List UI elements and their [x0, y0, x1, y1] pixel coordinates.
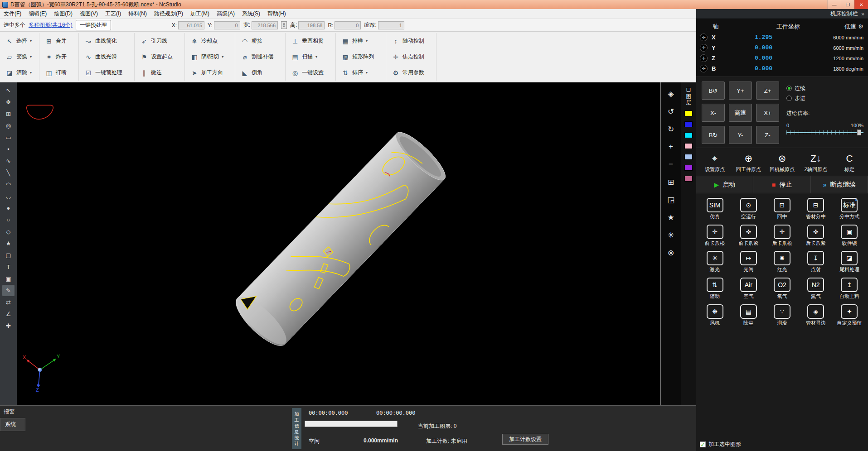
edit-tool[interactable]: ✎ [2, 285, 15, 296]
tube-edge-seek-button[interactable]: ◈ 管材寻边 [799, 304, 833, 326]
jog-button[interactable]: X- [702, 104, 725, 122]
transform-tool[interactable]: ⇄ [2, 297, 15, 308]
ellipse-tool[interactable]: ● [2, 202, 15, 214]
tab-system[interactable]: 系统 [0, 418, 25, 431]
snap-icon[interactable]: ✳ [664, 229, 677, 241]
circle-tool[interactable]: ○ [2, 214, 15, 226]
menu-item[interactable]: 帮助(H) [264, 9, 290, 19]
radio-icon[interactable] [786, 96, 792, 101]
layer-color-swatch[interactable] [684, 176, 693, 182]
jog-button[interactable]: Z+ [756, 82, 779, 100]
menu-item[interactable]: 绘图(D) [50, 9, 76, 19]
zoom-fit-icon[interactable]: ⊞ [664, 176, 677, 188]
ribbon-button[interactable]: ⚑设置起点 [140, 50, 179, 64]
go-machine-origin-button[interactable]: ⊛ 回机械原点 [766, 152, 798, 173]
close-panel-icon[interactable]: ⊗ [664, 247, 677, 259]
ribbon-button[interactable]: ◣倒角 [241, 66, 280, 80]
set-origin-button[interactable]: ⌖ 设置原点 [699, 152, 731, 173]
menu-item[interactable]: 加工(M) [187, 9, 213, 19]
nitrogen-button[interactable]: N2 氮气 [799, 278, 833, 299]
checkbox-icon[interactable]: ✓ [700, 441, 706, 447]
tab-alarm[interactable]: 报警 [0, 406, 28, 418]
star-tool[interactable]: ★ [2, 238, 15, 249]
auto-feed-button[interactable]: ↥ 自动上料 [833, 278, 866, 299]
layer-color-swatch[interactable] [684, 132, 693, 138]
width-input[interactable]: 218.566 [252, 21, 278, 29]
scale-input[interactable]: 1 [378, 21, 404, 29]
software-lock-button[interactable]: ▣ 软件锁 [833, 225, 866, 246]
resume-breakpoint-button[interactable]: » 断点继续 [811, 176, 868, 193]
menu-item[interactable]: 高级(A) [213, 9, 238, 19]
transform-menu[interactable]: ▱ 变换 ▾ [5, 50, 34, 64]
aspect-lock-icon[interactable]: 8 [281, 21, 287, 29]
line-tool[interactable]: ╲ [2, 167, 15, 178]
ribbon-button[interactable]: ↝曲线简化 [84, 34, 129, 48]
ribbon-button[interactable]: ✶炸开 [45, 50, 73, 64]
ribbon-button[interactable]: ➶引刀线 [140, 34, 179, 48]
custom-reserved-button[interactable]: ✦ 自定义预留 [833, 304, 866, 326]
ribbon-button[interactable]: ◫打断 [45, 66, 73, 80]
ribbon-button[interactable]: ◠桥接 [241, 34, 280, 48]
rear-chuck-loosen-button[interactable]: ✛ 后卡爪松 [765, 225, 799, 246]
y-input[interactable]: 0 [214, 21, 240, 29]
tail-material-button[interactable]: ◪ 尾料处理 [833, 251, 866, 273]
layer-color-swatch[interactable] [684, 110, 693, 116]
close-button[interactable]: ✕ [854, 0, 868, 9]
jog-button[interactable]: Z- [756, 126, 779, 144]
fit-window-icon[interactable]: ◲ [664, 194, 677, 206]
laser-button[interactable]: ✳ 激光 [698, 251, 732, 273]
go-work-origin-button[interactable]: ⊕ 回工件原点 [732, 152, 764, 173]
three-point-arc-tool[interactable]: ◡ [2, 191, 15, 202]
jog-button[interactable]: Y+ [729, 82, 752, 100]
machine-selected-checkbox[interactable]: ✓ 加工选中图形 [696, 438, 868, 451]
radio-icon[interactable] [786, 86, 792, 91]
layer-color-swatch[interactable] [684, 143, 693, 149]
ribbon-button[interactable]: ∿曲线光滑 [84, 50, 129, 64]
clear-menu[interactable]: ◪ 清除 ▾ [5, 66, 34, 80]
dry-run-button[interactable]: ⊙ 空运行 [732, 198, 765, 220]
add-tool[interactable]: ✚ [2, 320, 15, 331]
point-tool[interactable]: • [2, 144, 15, 155]
radius-input[interactable]: 0 [335, 21, 361, 29]
ribbon-button[interactable]: ∥微连 [140, 66, 179, 80]
menu-item[interactable]: 编辑(E) [25, 9, 50, 19]
maximize-button[interactable]: ❐ [841, 0, 854, 9]
ribbon-button[interactable]: ⌀割缝补偿 [241, 50, 280, 64]
arc-tool[interactable]: ◠ [2, 179, 15, 190]
select-tool[interactable]: ↖ [2, 85, 15, 96]
rotate-cw-icon[interactable]: ↻ [664, 123, 677, 135]
orbit-view-icon[interactable]: ◈ [664, 88, 677, 100]
rotate-ccw-icon[interactable]: ↺ [664, 106, 677, 117]
favorite-view-icon[interactable]: ★ [664, 211, 677, 223]
jog-button[interactable]: B↺ [702, 82, 725, 100]
jog-button[interactable]: Y- [729, 126, 752, 144]
stop-button[interactable]: ■ 停止 [753, 176, 810, 193]
air-button[interactable]: Air 空气 [732, 278, 765, 299]
viewport-canvas[interactable]: X Y Z [17, 82, 661, 405]
oxygen-button[interactable]: O2 氧气 [765, 278, 799, 299]
preprocess-button[interactable]: 一键预处理 [76, 20, 111, 30]
height-input[interactable]: 198.58 [298, 21, 325, 29]
count-settings-button[interactable]: 加工计数设置 [502, 434, 548, 445]
zoom-tool[interactable]: ◎ [2, 120, 15, 131]
ribbon-button[interactable]: ✛焦点控制 [392, 50, 431, 64]
ribbon-button[interactable]: ⊥垂直相贯 [291, 34, 330, 48]
speed-mode-button[interactable]: 低速 ⚙ [844, 23, 864, 31]
ribbon-button[interactable]: ▦排样▾ [341, 34, 380, 48]
zoom-window-tool[interactable]: ⊞ [2, 108, 15, 120]
front-chuck-loosen-button[interactable]: ✛ 前卡爪松 [698, 225, 732, 246]
return-center-button[interactable]: ⊡ 回中 [765, 198, 799, 220]
layer-color-swatch[interactable] [684, 165, 693, 171]
layer-color-swatch[interactable] [684, 121, 693, 127]
jog-button[interactable]: 高速 [729, 104, 752, 122]
select-menu[interactable]: ↖ 选择 ▾ [5, 34, 34, 48]
shapes-link[interactable]: 多种图形(共:16个) [29, 21, 73, 29]
feed-override-slider[interactable] [786, 130, 863, 135]
mode-continuous-radio[interactable]: 连续 [786, 83, 863, 93]
x-input[interactable]: -61.015 [178, 21, 204, 29]
ribbon-button[interactable]: ↕随动控制 [392, 34, 431, 48]
dust-removal-button[interactable]: ▤ 除尘 [732, 304, 765, 326]
image-tool[interactable]: ▣ [2, 273, 15, 284]
menu-item[interactable]: 视图(V) [76, 9, 102, 19]
polygon-tool[interactable]: ◇ [2, 226, 15, 237]
